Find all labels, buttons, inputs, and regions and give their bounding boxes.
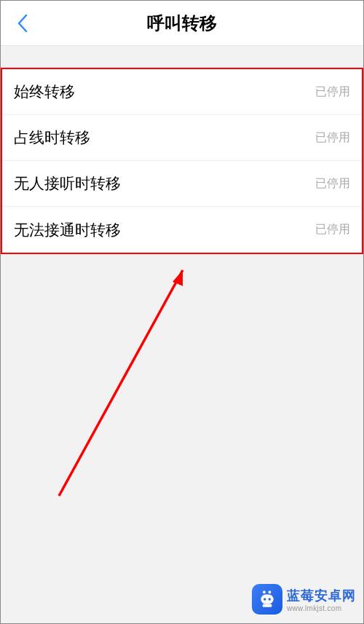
list-item-unreachable-forward[interactable]: 无法接通时转移 已停用 [2, 207, 362, 253]
list-item-busy-forward[interactable]: 占线时转移 已停用 [2, 115, 362, 161]
page-title: 呼叫转移 [147, 12, 217, 35]
item-status: 已停用 [315, 222, 350, 237]
annotation-arrow [37, 263, 212, 510]
svg-point-5 [269, 598, 271, 600]
item-label: 占线时转移 [14, 127, 90, 148]
watermark-text: 蓝莓安卓网 www.lmkjst.com [287, 587, 356, 612]
chevron-left-icon [17, 13, 28, 33]
svg-line-0 [59, 270, 183, 496]
svg-point-4 [264, 598, 266, 600]
list-item-noanswer-forward[interactable]: 无人接听时转移 已停用 [2, 161, 362, 207]
watermark: 蓝莓安卓网 www.lmkjst.com [252, 584, 356, 615]
svg-rect-6 [263, 604, 272, 607]
list-item-always-forward[interactable]: 始终转移 已停用 [2, 69, 362, 115]
item-status: 已停用 [315, 84, 350, 100]
item-status: 已停用 [315, 130, 350, 146]
item-status: 已停用 [315, 176, 350, 191]
header: 呼叫转移 [1, 1, 363, 46]
item-label: 始终转移 [14, 82, 75, 102]
item-label: 无法接通时转移 [14, 220, 121, 240]
watermark-logo-icon [252, 584, 282, 615]
watermark-title: 蓝莓安卓网 [287, 587, 356, 604]
forwarding-list: 始终转移 已停用 占线时转移 已停用 无人接听时转移 已停用 无法接通时转移 已… [1, 68, 363, 254]
svg-rect-3 [261, 595, 273, 604]
item-label: 无人接听时转移 [14, 173, 121, 194]
svg-marker-2 [177, 270, 183, 286]
svg-marker-1 [173, 270, 183, 285]
watermark-url: www.lmkjst.com [287, 604, 356, 612]
back-button[interactable] [8, 9, 37, 38]
